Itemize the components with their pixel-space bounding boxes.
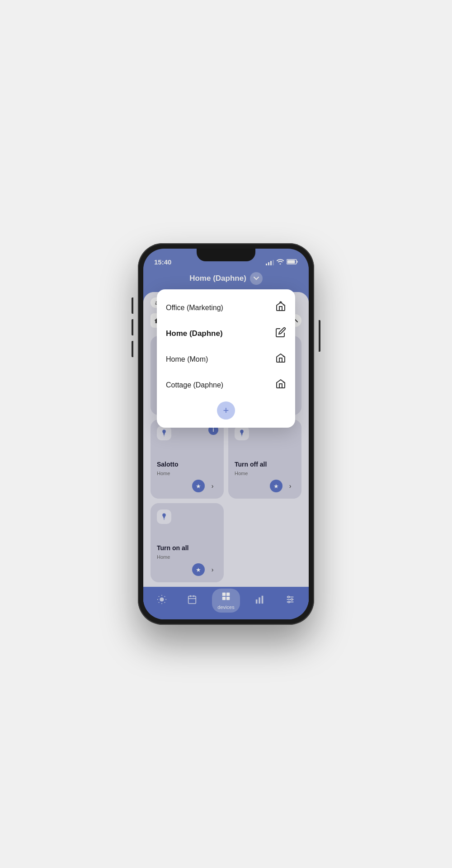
dropdown-item-home-daphne-name: Home (Daphne) [166,329,223,338]
phone-frame: 15:40 [138,243,314,625]
dropdown-item-cottage[interactable]: Cottage (Daphne) [157,372,295,398]
volume-up-button [132,297,133,314]
silent-switch [132,341,133,357]
phone-screen: 15:40 [143,249,309,619]
dropdown-overlay[interactable]: Office (Marketing) Home (Daphne) [143,249,309,619]
dropdown-item-office-name: Office (Marketing) [166,304,223,312]
volume-down-button [132,319,133,335]
dropdown-menu: Office (Marketing) Home (Daphne) [157,289,295,428]
dropdown-item-home-mom[interactable]: Home (Mom) [157,346,295,372]
dropdown-item-cottage-name: Cottage (Daphne) [166,381,223,389]
dropdown-item-home-mom-icon [275,353,286,366]
dropdown-item-home-daphne-edit-icon [275,327,286,340]
dropdown-item-office-icon [275,301,286,314]
dropdown-item-home-mom-name: Home (Mom) [166,355,208,363]
dropdown-item-office[interactable]: Office (Marketing) [157,295,295,321]
power-button [319,320,320,352]
dropdown-item-cottage-icon [275,378,286,392]
dropdown-item-home-daphne[interactable]: Home (Daphne) [157,321,295,346]
add-home-button[interactable]: + [217,401,235,420]
